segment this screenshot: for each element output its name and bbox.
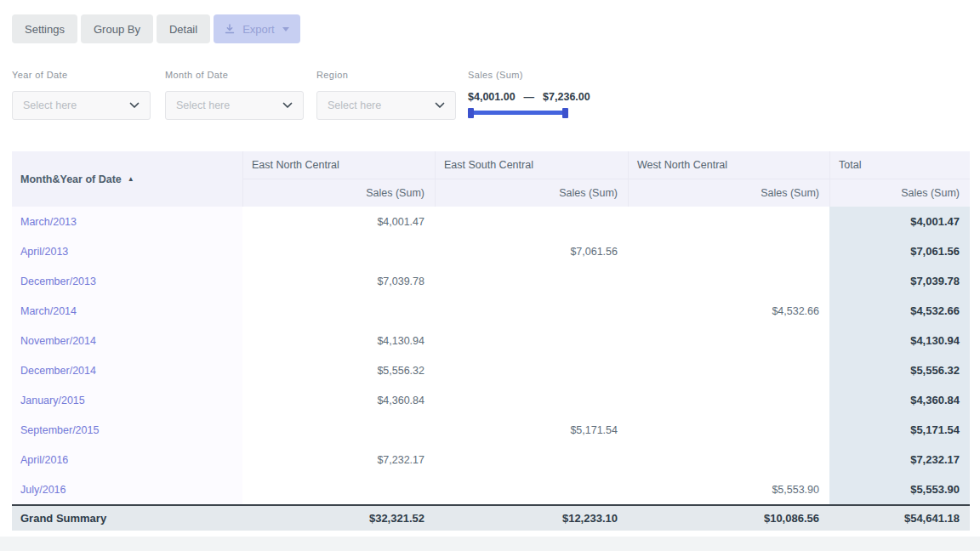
filter-label: Sales (Sum) — [468, 70, 590, 80]
total-cell: $4,360.84 — [829, 385, 970, 415]
data-cell: $4,130.94 — [242, 326, 435, 355]
table-row: December/2013 $7,039.78 $7,039.78 — [12, 266, 970, 296]
data-cell — [628, 385, 829, 415]
row-label[interactable]: January/2015 — [12, 385, 242, 415]
detail-button[interactable]: Detail — [157, 14, 210, 43]
column-group-east-north-central: East North Central — [242, 151, 435, 179]
row-label[interactable]: April/2016 — [12, 445, 242, 474]
pivot-table: Month&Year of Date ▲ East North Central … — [12, 151, 970, 531]
measure-header: Sales (Sum) — [628, 179, 829, 207]
data-cell — [435, 266, 628, 296]
measure-header: Sales (Sum) — [435, 179, 628, 207]
data-cell: $7,061.56 — [435, 236, 628, 266]
table-row: March/2014 $4,532.66 $4,532.66 — [12, 296, 970, 326]
total-cell: $7,232.17 — [829, 445, 970, 474]
filter-label: Month of Date — [165, 70, 304, 80]
chevron-down-icon — [129, 102, 140, 109]
data-cell — [628, 266, 829, 296]
total-cell: $4,130.94 — [829, 326, 970, 355]
year-of-date-select[interactable]: Select here — [12, 91, 151, 120]
month-of-date-select[interactable]: Select here — [165, 91, 304, 120]
column-group-total: Total — [829, 151, 970, 179]
row-label[interactable]: September/2015 — [12, 415, 242, 445]
summary-total-cell: $54,641.18 — [829, 506, 970, 531]
slider-handle-min[interactable] — [468, 108, 474, 118]
filter-label: Region — [316, 70, 456, 80]
total-cell: $5,171.54 — [829, 415, 970, 445]
data-cell: $7,039.78 — [242, 266, 435, 296]
chevron-down-icon — [435, 102, 445, 109]
table-header: Month&Year of Date ▲ East North Central … — [12, 151, 970, 207]
total-cell: $4,001.47 — [829, 207, 970, 236]
data-cell: $5,556.32 — [242, 355, 435, 385]
slider-track[interactable] — [468, 111, 568, 115]
select-placeholder: Select here — [176, 99, 230, 111]
data-cell — [435, 326, 628, 355]
range-dash: — — [524, 91, 535, 103]
filter-month-of-date: Month of Date Select here — [165, 70, 304, 120]
chevron-down-icon — [282, 102, 293, 109]
data-cell — [435, 474, 628, 504]
region-select[interactable]: Select here — [316, 91, 456, 120]
select-placeholder: Select here — [328, 99, 381, 111]
data-cell — [435, 296, 628, 326]
row-label[interactable]: April/2013 — [12, 236, 242, 266]
filter-sales-sum: Sales (Sum) $4,001.00 — $7,236.00 — [468, 70, 590, 118]
group-by-button[interactable]: Group By — [81, 14, 153, 43]
download-icon — [225, 24, 235, 34]
row-header-label: Month&Year of Date — [20, 173, 122, 185]
data-cell — [628, 207, 829, 236]
slider-handle-max[interactable] — [562, 108, 568, 118]
data-cell — [242, 236, 435, 266]
filter-label: Year of Date — [12, 70, 151, 80]
summary-cell: $10,086.56 — [628, 506, 829, 531]
data-cell: $5,171.54 — [435, 415, 628, 445]
table-row: November/2014 $4,130.94 $4,130.94 — [12, 326, 970, 355]
data-cell — [628, 326, 829, 355]
measure-header: Sales (Sum) — [829, 179, 970, 207]
sort-asc-icon: ▲ — [128, 175, 134, 183]
summary-cell: $12,233.10 — [435, 506, 628, 531]
range-max-value: $7,236.00 — [543, 91, 590, 103]
row-label[interactable]: December/2013 — [12, 266, 242, 296]
range-min-value: $4,001.00 — [468, 91, 516, 103]
chevron-down-icon — [282, 27, 289, 31]
row-header-month-year[interactable]: Month&Year of Date ▲ — [12, 151, 242, 207]
row-label[interactable]: July/2016 — [12, 474, 242, 504]
export-button[interactable]: Export — [214, 14, 300, 43]
table-row: January/2015 $4,360.84 $4,360.84 — [12, 385, 970, 415]
total-cell: $5,553.90 — [829, 474, 970, 504]
data-cell — [628, 355, 829, 385]
total-cell: $5,556.32 — [829, 355, 970, 385]
data-cell — [435, 355, 628, 385]
row-label[interactable]: December/2014 — [12, 355, 242, 385]
table-body: March/2013 $4,001.47 $4,001.47 April/201… — [12, 207, 970, 504]
sales-range-slider[interactable] — [468, 108, 568, 118]
row-label[interactable]: November/2014 — [12, 326, 242, 355]
row-label[interactable]: March/2013 — [12, 207, 242, 236]
summary-cell: $32,321.52 — [242, 506, 435, 531]
total-cell: $4,532.66 — [829, 296, 970, 326]
table-row: April/2013 $7,061.56 $7,061.56 — [12, 236, 970, 266]
data-cell — [435, 385, 628, 415]
filter-region: Region Select here — [316, 70, 456, 120]
settings-button[interactable]: Settings — [12, 14, 77, 43]
page-bottom-strip — [0, 537, 980, 551]
export-button-label: Export — [242, 23, 275, 36]
total-cell: $7,061.56 — [829, 236, 970, 266]
row-label[interactable]: March/2014 — [12, 296, 242, 326]
data-cell — [242, 415, 435, 445]
grand-summary-row: Grand Summary $32,321.52 $12,233.10 $10,… — [12, 504, 970, 531]
data-cell — [242, 296, 435, 326]
filter-year-of-date: Year of Date Select here — [12, 70, 151, 120]
grand-summary-label: Grand Summary — [12, 506, 242, 531]
data-cell: $4,532.66 — [628, 296, 829, 326]
select-placeholder: Select here — [23, 99, 77, 111]
data-cell — [435, 445, 628, 474]
data-cell: $7,232.17 — [242, 445, 435, 474]
data-cell: $4,001.47 — [242, 207, 435, 236]
column-group-west-north-central: West North Central — [628, 151, 829, 179]
table-row: March/2013 $4,001.47 $4,001.47 — [12, 207, 970, 236]
data-cell — [628, 236, 829, 266]
data-cell — [628, 445, 829, 474]
